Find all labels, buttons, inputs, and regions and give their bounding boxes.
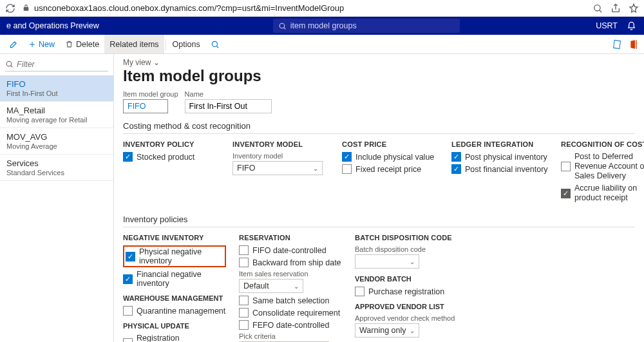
label-batch-code: Batch disposition code (355, 245, 635, 253)
vendor-batch-header: VENDOR BATCH (355, 275, 635, 283)
options-button[interactable]: Options (167, 35, 205, 53)
delete-button[interactable]: Delete (60, 35, 104, 53)
checkbox-fefo[interactable]: FEFO date-controlled (239, 320, 342, 330)
app-title: e and Operations Preview (0, 21, 106, 30)
action-bar: New Delete Related items Options (0, 35, 644, 54)
share-icon[interactable] (611, 3, 621, 14)
negative-inventory-header: NEGATIVE INVENTORY (123, 234, 226, 242)
inventory-policy-header: INVENTORY POLICY (123, 140, 220, 148)
star-icon[interactable] (629, 3, 639, 14)
sidebar-item-title: Services (6, 158, 107, 168)
inventory-model-header: INVENTORY MODEL (232, 140, 329, 148)
checkbox-same-batch[interactable]: Same batch selection (239, 296, 342, 305)
avl-method-select[interactable]: Warning only⌄ (355, 323, 419, 337)
sidebar-item-sub: First In-First Out (6, 90, 107, 97)
sidebar-item-mov-avg[interactable]: MOV_AVG Moving Average (0, 128, 113, 155)
label-inventory-model: Inventory model (232, 152, 329, 160)
related-items-button[interactable]: Related items (104, 35, 164, 53)
checkbox-financial-negative[interactable]: Financial negative inventory (123, 270, 226, 288)
checkbox-post-financial[interactable]: Post financial inventory (451, 164, 548, 174)
sidebar-item-fifo[interactable]: FIFO First In-First Out (0, 75, 113, 102)
company-label[interactable]: USRT (596, 21, 618, 30)
reload-icon[interactable] (5, 3, 15, 14)
checkbox-stocked-product[interactable]: Stocked product (123, 152, 220, 162)
chk-label: Stocked product (137, 153, 194, 162)
checkbox-consolidate[interactable]: Consolidate requirement (239, 308, 342, 318)
checkbox-fixed-receipt[interactable]: Fixed receipt price (342, 164, 439, 174)
chk-label: Fixed receipt price (355, 165, 421, 174)
chk-label: Physical negative inventory (139, 247, 223, 265)
chk-label: Quarantine management (137, 307, 225, 316)
chk-label: Include physical value (355, 153, 434, 162)
chk-label: Registration requirements (137, 334, 226, 342)
app-search[interactable] (273, 19, 460, 33)
bell-icon[interactable] (627, 21, 636, 31)
delete-label: Delete (76, 40, 99, 49)
view-selector[interactable]: My view⌄ (123, 58, 635, 67)
sales-reservation-select[interactable]: Default⌄ (239, 279, 303, 293)
url-text: usnconeboxax1aos.cloud.onebox.dynamics.c… (34, 3, 344, 13)
section-costing[interactable]: Costing method & cost recognition (123, 117, 635, 134)
batch-disposition-header: BATCH DISPOSITION CODE (355, 234, 635, 242)
checkbox-include-physical[interactable]: Include physical value (342, 152, 439, 162)
chk-label: Same batch selection (252, 296, 330, 305)
checkbox-accrue-liability[interactable]: Accrue liability on product receipt (561, 184, 644, 203)
sidebar-item-title: MA_Retail (6, 106, 107, 115)
chk-label: Consolidate requirement (252, 309, 340, 318)
section-inventory-policies[interactable]: Inventory policies (123, 211, 635, 227)
batch-code-select[interactable]: ⌄ (355, 254, 419, 269)
sidebar-item-sub: Moving Average (6, 142, 107, 150)
lock-icon (22, 4, 30, 12)
field-item-model-group: Item model group (123, 90, 178, 113)
attach-icon[interactable] (612, 39, 622, 50)
reservation-header: RESERVATION (239, 234, 342, 242)
checkbox-deferred-revenue[interactable]: Post to Deferred Revenue Account on Sale… (561, 152, 644, 181)
physical-update-header: PHYSICAL UPDATE (123, 322, 226, 330)
page-title: Item model groups (123, 67, 635, 85)
chevron-down-icon: ⌄ (410, 327, 415, 334)
chevron-down-icon: ⌄ (294, 283, 299, 290)
chk-label: Post financial inventory (465, 165, 548, 174)
label-avl-method: Approved vendor check method (355, 314, 635, 322)
chk-label: Purchase registration (368, 287, 444, 296)
app-search-input[interactable] (290, 21, 455, 30)
edit-button[interactable] (4, 35, 23, 53)
chk-label: FIFO date-controlled (252, 246, 327, 255)
address-bar[interactable]: usnconeboxax1aos.cloud.onebox.dynamics.c… (22, 3, 586, 13)
search-icon (278, 22, 287, 30)
related-label: Related items (109, 40, 158, 49)
browser-bar: usnconeboxax1aos.cloud.onebox.dynamics.c… (0, 0, 644, 17)
separator (166, 39, 166, 50)
item-model-group-input[interactable] (123, 99, 168, 113)
name-input[interactable] (185, 99, 272, 113)
options-label: Options (173, 40, 200, 49)
checkbox-purchase-registration[interactable]: Purchase registration (355, 287, 635, 296)
chevron-down-icon: ⌄ (410, 258, 415, 265)
chevron-down-icon: ⌄ (313, 165, 318, 172)
checkbox-fifo-date[interactable]: FIFO date-controlled (239, 245, 342, 255)
cost-price-header: COST PRICE (342, 140, 439, 148)
checkbox-quarantine[interactable]: Quarantine management (123, 306, 226, 316)
zoom-icon[interactable] (592, 3, 603, 14)
checkbox-physical-negative[interactable]: Physical negative inventory (126, 247, 223, 265)
checkbox-post-physical[interactable]: Post physical inventory (451, 152, 548, 162)
checkbox-backward-ship[interactable]: Backward from ship date (239, 258, 342, 267)
sidebar-item-ma-retail[interactable]: MA_Retail Moving average for Retail (0, 102, 113, 128)
sidebar-item-title: MOV_AVG (6, 132, 107, 142)
approved-vendor-header: APPROVED VENDOR LIST (355, 303, 635, 310)
field-label: Item model group (123, 90, 178, 98)
chevron-down-icon: ⌄ (153, 58, 160, 67)
chk-label: Post to Deferred Revenue Account on Sale… (574, 152, 644, 181)
svg-point-2 (212, 41, 217, 46)
inventory-model-select[interactable]: FIFO⌄ (232, 161, 323, 175)
app-bar: e and Operations Preview USRT (0, 17, 644, 35)
office-icon[interactable] (629, 39, 639, 50)
chk-label: Post physical inventory (465, 153, 547, 162)
svg-point-4 (6, 61, 12, 66)
filter-input[interactable] (5, 58, 108, 71)
new-button[interactable]: New (23, 35, 60, 53)
checkbox-registration-req[interactable]: Registration requirements (123, 334, 226, 342)
sidebar-item-services[interactable]: Services Standard Services (0, 155, 113, 181)
filter-icon (5, 60, 14, 69)
toolbar-search-button[interactable] (205, 35, 225, 53)
